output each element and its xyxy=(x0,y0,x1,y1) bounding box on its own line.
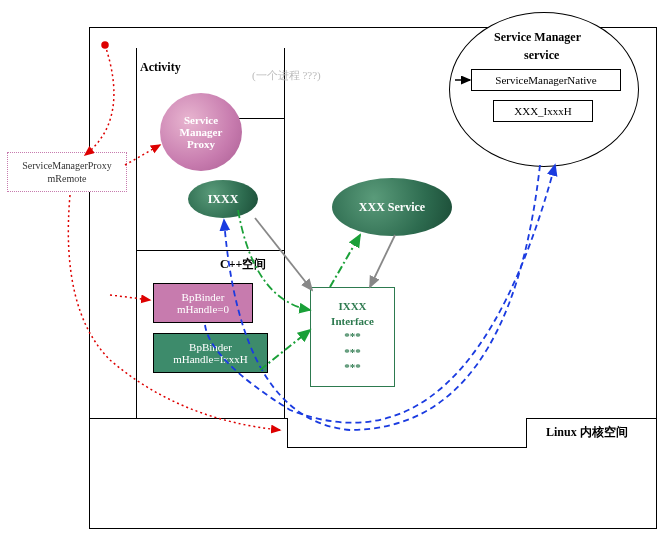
smp-ellipse: Service Manager Proxy xyxy=(160,93,242,171)
xxx-ixxxh-box: XXX_IxxxH xyxy=(493,100,593,122)
binder-device-box xyxy=(287,418,527,448)
service-manager-title: Service Manager xyxy=(494,30,581,45)
iface-title: IXXX xyxy=(338,299,366,314)
smn-text: ServiceManagerNative xyxy=(495,74,596,86)
bpbinder1-l2: mHandle=IxxxH xyxy=(173,353,248,365)
iface-sub: Interface xyxy=(331,314,374,329)
iface-star1: *** xyxy=(344,329,361,344)
process-faint: (一个进程 ???) xyxy=(252,68,321,83)
cpp-space-label: C++空间 xyxy=(220,256,266,273)
divider-mid xyxy=(136,250,285,251)
service-label: service xyxy=(524,48,559,63)
activity-label: Activity xyxy=(140,60,181,75)
ixxx-ellipse: IXXX xyxy=(188,180,258,218)
proxy-l2: mRemote xyxy=(48,172,87,185)
proxy-l1: ServiceManagerProxy xyxy=(22,159,111,172)
bpbinder0-l2: mHandle=0 xyxy=(177,303,229,315)
iface-star2: *** xyxy=(344,345,361,360)
xxx-service-ellipse: XXX Service xyxy=(332,178,452,236)
bpbinder1-box: BpBinder mHandle=IxxxH xyxy=(153,333,268,373)
smn-box: ServiceManagerNative xyxy=(471,69,621,91)
diagram-canvas: Service Manager service ServiceManagerNa… xyxy=(0,0,664,533)
ixxx-interface-box: IXXX Interface *** *** *** xyxy=(310,287,395,387)
bpbinder0-box: BpBinder mHandle=0 xyxy=(153,283,253,323)
linux-kernel-label: Linux 内核空间 xyxy=(546,424,628,441)
iface-star3: *** xyxy=(344,360,361,375)
bpbinder1-l1: BpBinder xyxy=(189,341,232,353)
xxx-ixxxh-text: XXX_IxxxH xyxy=(514,105,571,117)
bpbinder0-l1: BpBinder xyxy=(182,291,225,303)
smp-proxy-box: ServiceManagerProxy mRemote xyxy=(7,152,127,192)
